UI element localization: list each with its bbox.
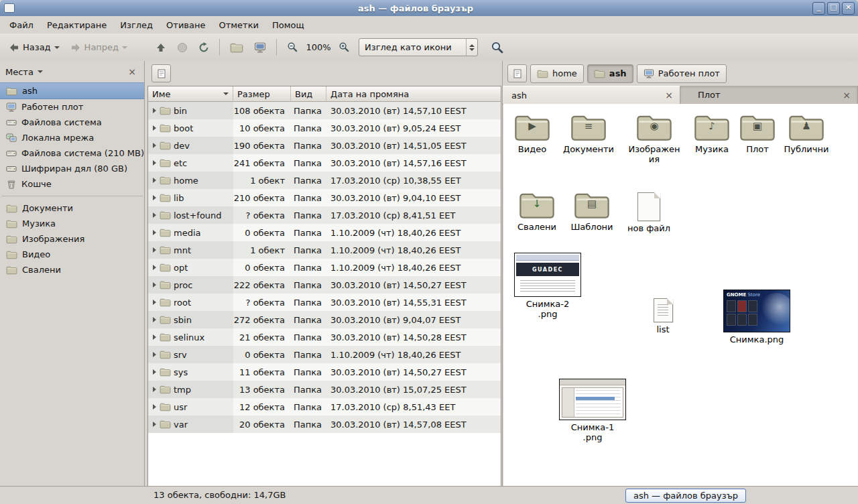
column-header-3[interactable]: Дата на промяна (326, 86, 501, 102)
places-dropdown-icon[interactable] (38, 70, 43, 73)
list-row-root[interactable]: root ? обекта Папка 30.03.2010 (вт) 14,5… (148, 294, 501, 311)
icon-item-pictures[interactable]: ◉ Изображения (626, 112, 682, 165)
list-row-boot[interactable]: boot 10 обекта Папка 30.03.2010 (вт) 9,0… (148, 119, 501, 137)
menu-file[interactable]: Файл (3, 17, 40, 33)
list-row-selinux[interactable]: selinux 21 обекта Папка 30.03.2010 (вт) … (148, 328, 501, 346)
search-button[interactable] (486, 38, 509, 58)
expander-icon[interactable] (153, 125, 156, 131)
expander-icon[interactable] (153, 334, 156, 340)
expander-icon[interactable] (153, 265, 156, 270)
sidebar-item-filesystem[interactable]: Файлова система (0, 115, 144, 130)
icon-item-snimka[interactable]: GNOME Store Снимка.png (722, 290, 792, 345)
expander-icon[interactable] (153, 230, 156, 235)
back-button[interactable]: Назад (4, 39, 64, 56)
list-row-opt[interactable]: opt 0 обекта Папка 1.10.2009 (чт) 18,40,… (148, 259, 501, 276)
expander-icon[interactable] (153, 300, 156, 305)
breadcrumb-desktop[interactable]: Работен плот (637, 64, 727, 83)
list-row-sbin[interactable]: sbin 272 обекта Папка 30.03.2010 (вт) 9,… (148, 311, 501, 328)
menu-help[interactable]: Помощ (265, 17, 311, 33)
tab-ash[interactable]: ash × (503, 86, 680, 104)
home-button[interactable] (225, 39, 248, 56)
menu-bookmarks[interactable]: Отметки (212, 17, 265, 33)
sidebar-item-network[interactable]: Локална мрежа (0, 130, 144, 145)
list-row-dev[interactable]: dev 190 обекта Папка 30.03.2010 (вт) 14,… (148, 137, 501, 154)
icon-item-new-file[interactable]: нов файл (621, 192, 677, 234)
list-row-var[interactable]: var 20 обекта Папка 30.03.2010 (вт) 14,5… (148, 416, 501, 433)
column-header-1[interactable]: Размер (233, 86, 291, 102)
sidebar-item-encrypted-80[interactable]: Шифриран дял (80 GB) (0, 161, 144, 176)
expander-icon[interactable] (153, 178, 156, 183)
taskbar-window-button[interactable]: ash — файлов браузър (625, 489, 746, 503)
icon-item-list[interactable]: list (635, 298, 691, 335)
menu-go[interactable]: Отиване (160, 17, 212, 33)
tab-close-icon[interactable]: × (841, 90, 852, 100)
icon-item-snimka1[interactable]: Снимка-1.png (558, 379, 627, 443)
titlebar[interactable]: ash — файлов браузър _ □ × (0, 0, 858, 17)
expander-icon[interactable] (153, 404, 156, 410)
expander-icon[interactable] (153, 195, 156, 200)
forward-button[interactable]: Напред (66, 39, 132, 56)
list-row-sys[interactable]: sys 11 обекта Папка 30.03.2010 (вт) 14,5… (148, 363, 501, 381)
expander-icon[interactable] (153, 387, 156, 392)
tab-close-icon[interactable]: × (664, 90, 674, 100)
icon-item-downloads[interactable]: ↓ Свалени (509, 190, 565, 233)
view-mode-select[interactable]: Изглед като икони (359, 38, 478, 56)
tab-plot[interactable]: Плот × (680, 86, 858, 104)
sidebar-item-downloads[interactable]: Свалени (0, 262, 144, 277)
computer-button[interactable] (249, 38, 271, 57)
breadcrumb-home[interactable]: home (530, 64, 584, 83)
expander-icon[interactable] (153, 247, 156, 253)
places-header[interactable]: Места × (0, 61, 144, 82)
icon-item-video[interactable]: ▶ Видео (504, 112, 560, 155)
expander-icon[interactable] (153, 317, 156, 322)
sidebar-item-video[interactable]: Видео (0, 247, 144, 262)
list-row-etc[interactable]: etc 241 обекта Папка 30.03.2010 (вт) 14,… (148, 154, 501, 172)
icon-item-templates[interactable]: ▤ Шаблони (564, 190, 620, 233)
sidebar-item-ash[interactable]: ash (0, 82, 144, 99)
expander-icon[interactable] (153, 212, 156, 218)
close-button[interactable]: × (842, 2, 855, 15)
list-row-tmp[interactable]: tmp 13 обекта Папка 30.03.2010 (вт) 15,0… (148, 381, 501, 398)
list-row-proc[interactable]: proc 222 обекта Папка 30.03.2010 (вт) 14… (148, 276, 501, 294)
sidebar-item-filesystem-210[interactable]: Файлова система (210 MB) (0, 145, 144, 161)
maximize-button[interactable]: □ (827, 2, 840, 15)
list-row-lib[interactable]: lib 210 обекта Папка 30.03.2010 (вт) 9,0… (148, 189, 501, 206)
expander-icon[interactable] (153, 143, 156, 148)
menu-edit[interactable]: Редактиране (40, 17, 113, 33)
expander-icon[interactable] (153, 369, 156, 375)
list-row-bin[interactable]: bin 108 обекта Папка 30.03.2010 (вт) 14,… (148, 102, 501, 119)
icon-item-documents[interactable]: ≡ Документи (560, 112, 617, 155)
column-header-0[interactable]: Име (148, 86, 233, 102)
breadcrumb-ash[interactable]: ash (587, 64, 633, 83)
zoom-out-button[interactable] (282, 38, 303, 56)
expander-icon[interactable] (153, 108, 156, 113)
sidebar-item-documents[interactable]: Документи (0, 200, 144, 216)
expander-icon[interactable] (153, 422, 156, 427)
list-row-lost+found[interactable]: lost+found ? обекта Папка 17.03.2010 (ср… (148, 206, 501, 224)
up-button[interactable] (151, 39, 171, 56)
column-header-2[interactable]: Вид (291, 86, 326, 102)
minimize-button[interactable]: _ (812, 2, 825, 15)
icon-item-snimka2[interactable]: GUADEC Снимка-2.png (513, 253, 583, 320)
expander-icon[interactable] (153, 160, 156, 166)
list-row-media[interactable]: media 0 обекта Папка 1.10.2009 (чт) 18,4… (148, 224, 501, 241)
icon-item-desktop[interactable]: ▣ Плот (729, 112, 786, 155)
sidebar-item-trash[interactable]: Кошче (0, 176, 144, 192)
location-toggle-button[interactable] (151, 64, 171, 82)
sidebar-item-music[interactable]: Музика (0, 216, 144, 231)
list-row-usr[interactable]: usr 12 обекта Папка 17.03.2010 (ср) 8,51… (148, 398, 501, 416)
list-row-home[interactable]: home 1 обект Папка 17.03.2010 (ср) 10,38… (148, 172, 501, 189)
list-row-srv[interactable]: srv 0 обекта Папка 1.10.2009 (чт) 18,40,… (148, 346, 501, 363)
icon-item-public[interactable]: ♟ Публични (778, 112, 835, 155)
location-toggle-button[interactable] (507, 64, 527, 82)
reload-button[interactable] (194, 39, 214, 56)
sidebar-item-pictures[interactable]: Изображения (0, 231, 144, 247)
spinner-arrows-icon[interactable] (466, 39, 477, 56)
expander-icon[interactable] (153, 352, 156, 357)
menu-view[interactable]: Изглед (113, 17, 160, 33)
places-close-button[interactable]: × (125, 66, 139, 77)
sidebar-item-desktop[interactable]: Работен плот (0, 99, 144, 115)
list-row-mnt[interactable]: mnt 1 обект Папка 1.10.2009 (чт) 18,40,2… (148, 241, 501, 259)
expander-icon[interactable] (153, 282, 156, 288)
zoom-in-button[interactable] (334, 38, 355, 56)
